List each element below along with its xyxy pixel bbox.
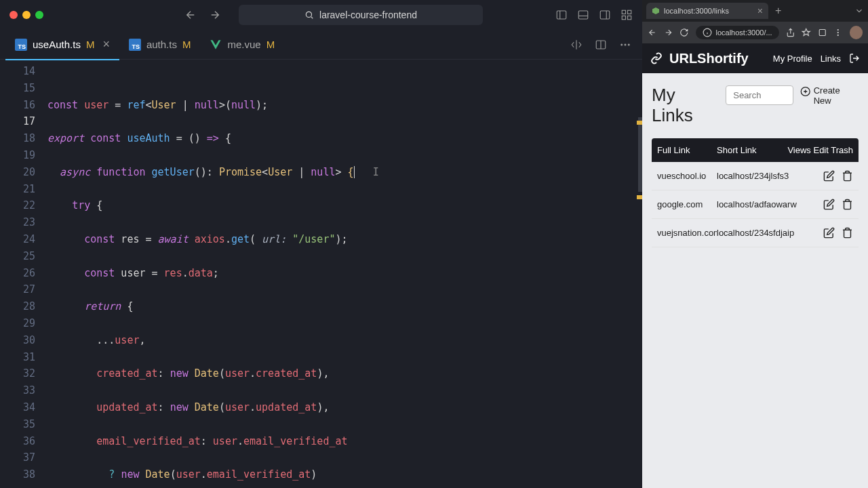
cell-short-link: localhost/234jlsfs3 [717, 171, 823, 181]
svg-point-0 [306, 12, 311, 17]
main-content: My Links Create New Full Link Short Link… [642, 73, 868, 260]
cell-short-link: localhost/234sfdjaip [717, 228, 823, 238]
back-icon[interactable] [184, 9, 197, 21]
nav-links[interactable]: Links [821, 54, 841, 64]
window-controls [9, 11, 43, 19]
tab-actions [570, 39, 637, 51]
links-table: Full Link Short Link Views Edit Trash vu… [652, 138, 859, 247]
star-icon[interactable] [802, 28, 811, 37]
share-icon[interactable] [786, 28, 795, 37]
search-input[interactable] [726, 85, 793, 105]
panel-right-icon[interactable] [599, 9, 611, 21]
svg-rect-1 [557, 11, 566, 19]
browser-tab[interactable]: localhost:3000/links × [646, 3, 768, 19]
reload-icon[interactable] [679, 28, 689, 37]
page-toolbar: My Links Create New [652, 85, 859, 126]
trash-icon[interactable] [842, 170, 853, 182]
split-editor-icon[interactable] [595, 39, 607, 51]
nav-arrows [184, 9, 221, 21]
browser-window: localhost:3000/links × + localhost:3000/… [642, 0, 868, 488]
tab-label: auth.ts [146, 39, 177, 50]
tab-me[interactable]: me.vue M [200, 30, 284, 60]
nav-profile[interactable]: My Profile [773, 54, 812, 64]
modified-badge: M [182, 39, 191, 50]
svg-point-15 [837, 32, 839, 33]
command-center[interactable]: laravel-course-frontend [239, 5, 483, 25]
create-label: Create New [814, 85, 859, 106]
svg-rect-3 [600, 11, 610, 19]
row-actions [823, 227, 853, 239]
layout-grid-icon[interactable] [620, 9, 633, 21]
svg-rect-2 [578, 11, 588, 19]
typescript-icon: TS [129, 39, 141, 51]
layout-controls [555, 9, 633, 21]
svg-point-16 [837, 35, 839, 36]
compare-icon[interactable] [570, 39, 583, 51]
table-row: vueschool.io localhost/234jlsfs3 [652, 162, 859, 190]
tab-useauth[interactable]: TS useAuth.ts M × [5, 30, 119, 60]
forward-icon[interactable] [209, 9, 221, 21]
new-tab-icon[interactable]: + [772, 5, 784, 17]
row-actions [823, 199, 853, 210]
code-area[interactable]: 1415161718192021222324252627282930313233… [0, 60, 642, 488]
trash-icon[interactable] [842, 199, 853, 210]
edit-icon[interactable] [823, 170, 835, 182]
profile-avatar[interactable] [850, 26, 863, 39]
tab-title: localhost:3000/links [664, 7, 729, 15]
editor-tabs: TS useAuth.ts M × TS auth.ts M me.vue M [0, 30, 642, 60]
app-title: URLShortify [669, 51, 749, 66]
col-actions: Views Edit Trash [787, 145, 853, 155]
minimap[interactable] [633, 60, 642, 488]
app-nav: My Profile Links [773, 53, 860, 64]
project-name: laravel-course-frontend [319, 9, 417, 20]
cell-full-link: vuejsnation.com [657, 228, 717, 238]
code-content[interactable]: const user = ref<User | null>(null); exp… [47, 60, 642, 488]
trash-icon[interactable] [842, 227, 853, 239]
create-new-button[interactable]: Create New [800, 85, 859, 106]
cell-full-link: vueschool.io [657, 171, 717, 181]
modified-badge: M [267, 39, 275, 50]
editor-window: laravel-course-frontend TS useAuth.ts M … [0, 0, 642, 488]
panel-bottom-icon[interactable] [577, 9, 589, 21]
close-icon[interactable]: × [757, 5, 763, 16]
svg-rect-5 [628, 10, 631, 14]
svg-point-9 [620, 43, 623, 45]
tab-auth[interactable]: TS auth.ts M [119, 30, 201, 60]
close-window-icon[interactable] [9, 11, 18, 19]
svg-rect-4 [622, 10, 625, 14]
back-icon[interactable] [648, 28, 657, 37]
logout-icon[interactable] [849, 53, 860, 64]
line-gutter: 1415161718192021222324252627282930313233… [0, 60, 47, 488]
edit-icon[interactable] [823, 227, 835, 239]
info-icon [703, 28, 712, 37]
tab-label: useAuth.ts [33, 39, 81, 50]
more-icon[interactable] [619, 39, 631, 51]
edit-icon[interactable] [823, 199, 835, 210]
tab-label: me.vue [227, 39, 260, 50]
page-title: My Links [652, 85, 719, 126]
address-bar[interactable]: localhost:3000/... [696, 26, 779, 39]
chevron-down-icon[interactable] [854, 6, 864, 16]
svg-point-10 [625, 43, 627, 45]
cell-full-link: google.com [657, 199, 717, 209]
table-header: Full Link Short Link Views Edit Trash [652, 138, 859, 162]
svg-point-11 [628, 43, 630, 45]
menu-icon[interactable] [833, 28, 843, 37]
favicon-icon [652, 7, 660, 15]
forward-icon[interactable] [664, 28, 673, 37]
col-full-link: Full Link [657, 145, 717, 155]
panel-left-icon[interactable] [555, 9, 568, 21]
url-text: localhost:3000/... [716, 28, 772, 37]
typescript-icon: TS [15, 39, 27, 51]
titlebar: laravel-course-frontend [0, 0, 642, 30]
col-short-link: Short Link [717, 145, 787, 155]
minimize-window-icon[interactable] [22, 11, 31, 19]
extensions-icon[interactable] [818, 28, 827, 37]
link-icon [650, 52, 663, 64]
close-icon[interactable]: × [102, 37, 110, 52]
maximize-window-icon[interactable] [35, 11, 43, 19]
svg-rect-6 [622, 16, 625, 20]
svg-point-14 [837, 29, 839, 30]
table-row: vuejsnation.com localhost/234sfdjaip [652, 219, 859, 247]
plus-circle-icon [800, 86, 810, 97]
